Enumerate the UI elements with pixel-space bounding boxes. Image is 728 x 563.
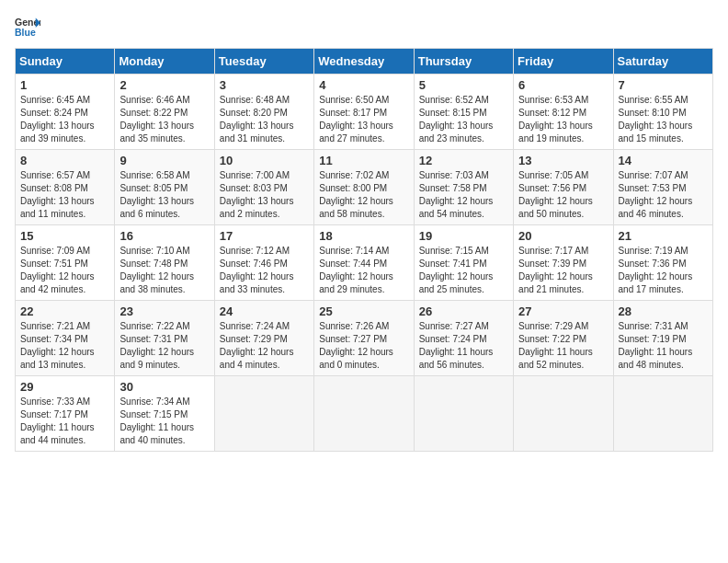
day-cell-13: 13Sunrise: 7:05 AMSunset: 7:56 PMDayligh… xyxy=(514,150,613,225)
day-cell-17: 17Sunrise: 7:12 AMSunset: 7:46 PMDayligh… xyxy=(214,225,313,301)
day-cell-11: 11Sunrise: 7:02 AMSunset: 8:00 PMDayligh… xyxy=(314,150,414,225)
day-cell-20: 20Sunrise: 7:17 AMSunset: 7:39 PMDayligh… xyxy=(514,225,613,301)
logo: General Blue xyxy=(15,15,40,40)
day-cell-6: 6Sunrise: 6:53 AMSunset: 8:12 PMDaylight… xyxy=(514,75,613,150)
day-cell-28: 28Sunrise: 7:31 AMSunset: 7:19 PMDayligh… xyxy=(613,301,712,376)
col-header-saturday: Saturday xyxy=(613,49,712,75)
day-cell-26: 26Sunrise: 7:27 AMSunset: 7:24 PMDayligh… xyxy=(414,301,513,376)
empty-cell xyxy=(414,376,513,452)
col-header-tuesday: Tuesday xyxy=(214,49,313,75)
col-header-thursday: Thursday xyxy=(414,49,513,75)
page-header: General Blue xyxy=(15,15,713,40)
day-cell-25: 25Sunrise: 7:26 AMSunset: 7:27 PMDayligh… xyxy=(314,301,414,376)
day-cell-22: 22Sunrise: 7:21 AMSunset: 7:34 PMDayligh… xyxy=(16,301,115,376)
day-cell-7: 7Sunrise: 6:55 AMSunset: 8:10 PMDaylight… xyxy=(613,75,712,150)
col-header-friday: Friday xyxy=(514,49,613,75)
day-cell-8: 8Sunrise: 6:57 AMSunset: 8:08 PMDaylight… xyxy=(16,150,115,225)
empty-cell xyxy=(214,376,313,452)
empty-cell xyxy=(613,376,712,452)
day-cell-18: 18Sunrise: 7:14 AMSunset: 7:44 PMDayligh… xyxy=(314,225,414,301)
day-cell-4: 4Sunrise: 6:50 AMSunset: 8:17 PMDaylight… xyxy=(314,75,414,150)
day-cell-23: 23Sunrise: 7:22 AMSunset: 7:31 PMDayligh… xyxy=(115,301,214,376)
week-row-1: 1Sunrise: 6:45 AMSunset: 8:24 PMDaylight… xyxy=(16,75,713,150)
week-row-3: 15Sunrise: 7:09 AMSunset: 7:51 PMDayligh… xyxy=(16,225,713,301)
day-cell-14: 14Sunrise: 7:07 AMSunset: 7:53 PMDayligh… xyxy=(613,150,712,225)
empty-cell xyxy=(514,376,613,452)
day-cell-12: 12Sunrise: 7:03 AMSunset: 7:58 PMDayligh… xyxy=(414,150,513,225)
svg-text:Blue: Blue xyxy=(15,27,36,38)
calendar-table: SundayMondayTuesdayWednesdayThursdayFrid… xyxy=(15,48,713,452)
day-cell-21: 21Sunrise: 7:19 AMSunset: 7:36 PMDayligh… xyxy=(613,225,712,301)
day-cell-5: 5Sunrise: 6:52 AMSunset: 8:15 PMDaylight… xyxy=(414,75,513,150)
day-cell-3: 3Sunrise: 6:48 AMSunset: 8:20 PMDaylight… xyxy=(214,75,313,150)
day-cell-27: 27Sunrise: 7:29 AMSunset: 7:22 PMDayligh… xyxy=(514,301,613,376)
day-cell-2: 2Sunrise: 6:46 AMSunset: 8:22 PMDaylight… xyxy=(115,75,214,150)
day-cell-10: 10Sunrise: 7:00 AMSunset: 8:03 PMDayligh… xyxy=(214,150,313,225)
day-cell-30: 30Sunrise: 7:34 AMSunset: 7:15 PMDayligh… xyxy=(115,376,214,452)
day-cell-15: 15Sunrise: 7:09 AMSunset: 7:51 PMDayligh… xyxy=(16,225,115,301)
week-row-5: 29Sunrise: 7:33 AMSunset: 7:17 PMDayligh… xyxy=(16,376,713,452)
day-cell-16: 16Sunrise: 7:10 AMSunset: 7:48 PMDayligh… xyxy=(115,225,214,301)
day-cell-1: 1Sunrise: 6:45 AMSunset: 8:24 PMDaylight… xyxy=(16,75,115,150)
day-cell-29: 29Sunrise: 7:33 AMSunset: 7:17 PMDayligh… xyxy=(16,376,115,452)
day-cell-19: 19Sunrise: 7:15 AMSunset: 7:41 PMDayligh… xyxy=(414,225,513,301)
col-header-monday: Monday xyxy=(115,49,214,75)
week-row-4: 22Sunrise: 7:21 AMSunset: 7:34 PMDayligh… xyxy=(16,301,713,376)
logo-icon: General Blue xyxy=(15,15,40,40)
empty-cell xyxy=(314,376,414,452)
day-cell-24: 24Sunrise: 7:24 AMSunset: 7:29 PMDayligh… xyxy=(214,301,313,376)
week-row-2: 8Sunrise: 6:57 AMSunset: 8:08 PMDaylight… xyxy=(16,150,713,225)
col-header-wednesday: Wednesday xyxy=(314,49,414,75)
col-header-sunday: Sunday xyxy=(16,49,115,75)
day-cell-9: 9Sunrise: 6:58 AMSunset: 8:05 PMDaylight… xyxy=(115,150,214,225)
